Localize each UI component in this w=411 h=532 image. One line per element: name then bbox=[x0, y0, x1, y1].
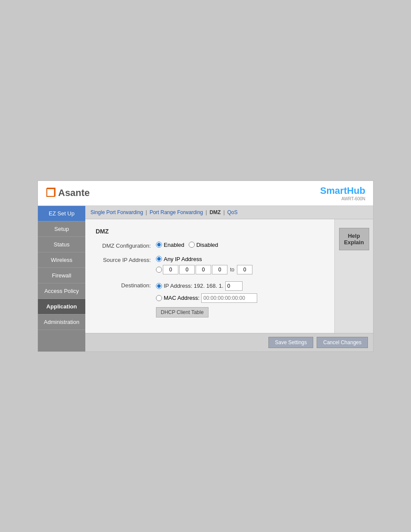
cancel-changes-button[interactable]: Cancel Changes bbox=[317, 337, 368, 348]
dest-ip-prefix: IP Address: 192. 168. 1. bbox=[164, 283, 224, 289]
tab-nav: Single Port Forwarding | Port Range Forw… bbox=[85, 206, 373, 219]
asante-logo-icon: ❐ bbox=[46, 187, 56, 200]
sidebar: EZ Set Up Setup Status Wireless Firewall… bbox=[38, 206, 85, 352]
source-ip-row: Source IP Address: Any IP Address bbox=[96, 256, 324, 274]
destination-row: Destination: IP Address: 192. 168. 1. MA… bbox=[96, 281, 324, 317]
dmz-config-row: DMZ Configuration: Enabled Di bbox=[96, 242, 324, 249]
any-ip-option[interactable]: Any IP Address bbox=[156, 256, 252, 262]
tab-sep-3: | bbox=[223, 209, 224, 215]
sidebar-item-application[interactable]: Application bbox=[38, 299, 85, 314]
ip-address-option[interactable]: IP Address: 192. 168. 1. bbox=[156, 281, 257, 291]
sidebar-item-administration[interactable]: Administration bbox=[38, 314, 85, 330]
custom-ip-radio[interactable] bbox=[156, 267, 162, 273]
source-ip-oct4[interactable] bbox=[212, 265, 227, 274]
smarthub-brand-hub: Hub bbox=[347, 185, 365, 196]
dmz-disabled-label: Disabled bbox=[196, 242, 218, 248]
dmz-config-radio-row: Enabled Disabled bbox=[156, 242, 218, 248]
source-ip-to-field[interactable] bbox=[237, 265, 252, 274]
router-ui: ❐ Asante SmartHub AWRT-600N EZ Set Up Se… bbox=[37, 180, 374, 352]
tab-dmz[interactable]: DMZ bbox=[209, 209, 221, 215]
dest-ip-last-octet[interactable] bbox=[225, 281, 243, 291]
custom-ip-option[interactable] bbox=[156, 267, 162, 273]
tab-port-range-forwarding[interactable]: Port Range Forwarding bbox=[149, 209, 203, 215]
main-layout: EZ Set Up Setup Status Wireless Firewall… bbox=[38, 206, 373, 352]
ip-range-fields: to bbox=[156, 265, 252, 274]
mac-address-option[interactable]: MAC Address: bbox=[156, 293, 257, 303]
mac-address-radio[interactable] bbox=[156, 295, 162, 301]
page-wrapper: ❐ Asante SmartHub AWRT-600N EZ Set Up Se… bbox=[0, 0, 411, 532]
sidebar-item-access-policy[interactable]: Access Policy bbox=[38, 283, 85, 299]
to-label: to bbox=[230, 267, 234, 273]
help-explain-button[interactable]: Help Explain bbox=[339, 228, 369, 250]
tab-sep-2: | bbox=[206, 209, 207, 215]
sidebar-item-wireless[interactable]: Wireless bbox=[38, 252, 85, 268]
asante-logo-text: Asante bbox=[58, 187, 90, 199]
smarthub-model: AWRT-600N bbox=[320, 196, 365, 201]
any-ip-label: Any IP Address bbox=[164, 256, 202, 262]
dmz-enabled-label: Enabled bbox=[164, 242, 184, 248]
tab-single-port-forwarding[interactable]: Single Port Forwarding bbox=[90, 209, 143, 215]
destination-label: Destination: bbox=[96, 281, 156, 289]
help-line2: Explain bbox=[343, 239, 365, 246]
dmz-enabled-option[interactable]: Enabled bbox=[156, 242, 184, 248]
smarthub-brand-smart: Smart bbox=[320, 185, 347, 196]
source-ip-controls: Any IP Address bbox=[156, 256, 252, 274]
content-and-help: DMZ DMZ Configuration: Enabled bbox=[85, 219, 373, 333]
source-ip-oct2[interactable] bbox=[179, 265, 195, 274]
help-line1: Help bbox=[343, 233, 365, 239]
save-settings-button[interactable]: Save Settings bbox=[268, 337, 313, 348]
tab-sep-1: | bbox=[146, 209, 147, 215]
any-ip-radio[interactable] bbox=[156, 256, 162, 262]
sidebar-item-status[interactable]: Status bbox=[38, 237, 85, 252]
destination-controls: IP Address: 192. 168. 1. MAC Address: DH… bbox=[156, 281, 257, 317]
mac-address-input[interactable] bbox=[201, 293, 257, 303]
sidebar-item-firewall[interactable]: Firewall bbox=[38, 268, 85, 283]
mac-address-label: MAC Address: bbox=[164, 295, 199, 301]
footer-bar: Save Settings Cancel Changes bbox=[85, 333, 373, 352]
ip-address-radio[interactable] bbox=[156, 283, 162, 289]
dmz-disabled-radio[interactable] bbox=[189, 242, 195, 248]
dmz-config-controls: Enabled Disabled bbox=[156, 242, 218, 248]
sidebar-item-setup[interactable]: Setup bbox=[38, 221, 85, 237]
tab-qos[interactable]: QoS bbox=[227, 209, 238, 215]
dmz-section-title: DMZ bbox=[96, 228, 324, 235]
sidebar-item-ez-setup[interactable]: EZ Set Up bbox=[38, 206, 85, 221]
content-area: Single Port Forwarding | Port Range Forw… bbox=[85, 206, 373, 352]
source-ip-oct1[interactable] bbox=[163, 265, 178, 274]
dmz-config-label: DMZ Configuration: bbox=[96, 242, 156, 249]
smarthub-brand: SmartHub bbox=[320, 185, 365, 196]
form-panel: DMZ DMZ Configuration: Enabled bbox=[85, 219, 334, 333]
dmz-enabled-radio[interactable] bbox=[156, 242, 162, 248]
smarthub-logo: SmartHub AWRT-600N bbox=[320, 185, 365, 201]
dmz-disabled-option[interactable]: Disabled bbox=[189, 242, 218, 248]
source-ip-label: Source IP Address: bbox=[96, 256, 156, 263]
dhcp-client-table-button[interactable]: DHCP Client Table bbox=[156, 307, 209, 317]
asante-logo: ❐ Asante bbox=[46, 187, 90, 200]
source-ip-oct3[interactable] bbox=[196, 265, 211, 274]
help-panel: Help Explain bbox=[334, 219, 373, 333]
header: ❐ Asante SmartHub AWRT-600N bbox=[38, 181, 373, 206]
